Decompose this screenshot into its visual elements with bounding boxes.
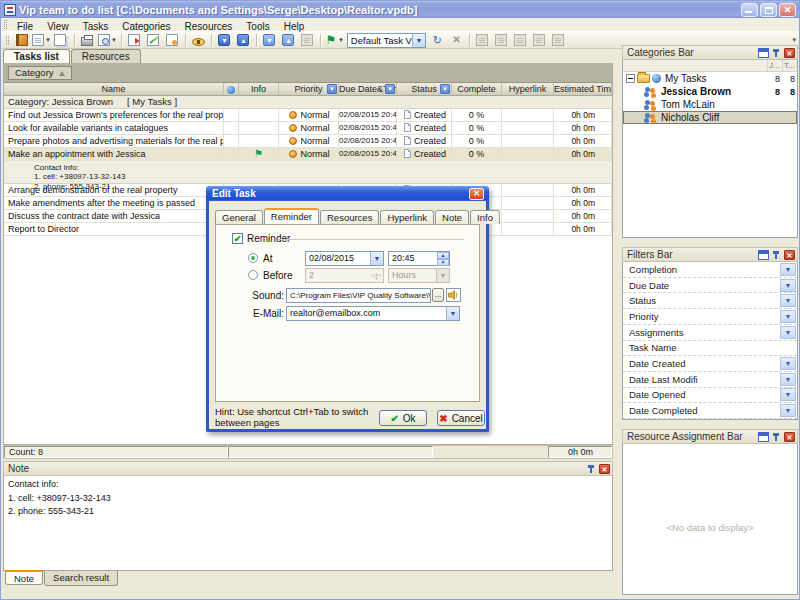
filter-row-date-opened[interactable]: Date Opened▼ <box>623 388 797 404</box>
duplicate-task-button[interactable] <box>53 33 70 48</box>
filter-row-status[interactable]: Status▼ <box>623 293 797 309</box>
close-icon[interactable]: ✕ <box>599 464 610 474</box>
export-button[interactable] <box>126 33 143 48</box>
task-row[interactable]: Look for available variants in catalogue… <box>4 122 612 135</box>
filter-button[interactable] <box>531 33 548 48</box>
task-view-combo[interactable]: Default Task V▼ <box>347 33 426 48</box>
send-button[interactable] <box>299 33 316 48</box>
ok-button[interactable]: ✔Ok <box>379 410 427 426</box>
filter-dropdown-icon[interactable]: ▼ <box>780 326 796 339</box>
edit-task-button[interactable] <box>145 33 162 48</box>
chevron-down-icon[interactable]: ▼ <box>338 37 344 43</box>
column-header-complete[interactable]: Complete <box>452 83 502 96</box>
close-icon[interactable]: ✕ <box>784 250 795 260</box>
maximize-panel-icon[interactable] <box>758 432 769 442</box>
dialog-tab-general[interactable]: General <box>215 210 263 224</box>
sort-button[interactable] <box>493 33 510 48</box>
filter-row-completion[interactable]: Completion▼ <box>623 262 797 278</box>
find-button[interactable] <box>550 33 567 48</box>
tree-item-jessica-brown[interactable]: Jessica Brown88 <box>623 85 797 98</box>
menu-item-file[interactable]: File <box>10 21 40 32</box>
sound-path-field[interactable]: C:\Program Files\VIP Quality Software\VI… <box>286 288 431 303</box>
print-button[interactable] <box>79 33 96 48</box>
menu-item-help[interactable]: Help <box>277 21 312 32</box>
column-header-info[interactable]: Info <box>239 83 279 96</box>
tree-expander-icon[interactable] <box>626 74 635 83</box>
minimize-button[interactable] <box>741 3 758 17</box>
filter-chevron-icon[interactable]: ▼ <box>440 84 450 94</box>
menu-item-view[interactable]: View <box>40 21 76 32</box>
task-row[interactable]: Make an appointment with Jessica⚑Normal0… <box>4 148 612 161</box>
move-down-button[interactable]: ▼ <box>216 33 233 48</box>
assign-task-button[interactable] <box>164 33 181 48</box>
at-radio[interactable] <box>248 253 258 263</box>
category-group-row[interactable]: Category: Jessica Brown[ My Tasks ] <box>4 96 612 109</box>
tab-note[interactable]: Note <box>5 570 43 585</box>
flag-button[interactable]: ⚑▼ <box>325 33 344 48</box>
spin-buttons[interactable]: ▲▼ <box>437 252 449 265</box>
restore-button[interactable] <box>760 3 777 17</box>
filter-dropdown-icon[interactable]: ▼ <box>780 263 796 276</box>
menu-item-resources[interactable]: Resources <box>178 21 240 32</box>
dialog-tab-hyperlink[interactable]: Hyperlink <box>380 210 434 224</box>
task-row[interactable]: Prepare photos and advertising materials… <box>4 135 612 148</box>
task-row[interactable]: Find out Jessica Brown's preferences for… <box>4 109 612 122</box>
filter-dropdown-icon[interactable]: ▼ <box>780 310 796 323</box>
column-header-alert[interactable] <box>224 83 239 96</box>
before-radio[interactable] <box>248 270 258 280</box>
reminder-date-combo[interactable]: 02/08/2015 ▼ <box>305 251 384 266</box>
close-icon[interactable]: ✕ <box>784 48 795 58</box>
tab-search-result[interactable]: Search result <box>44 571 118 586</box>
browse-button[interactable]: ... <box>432 288 444 302</box>
play-sound-button[interactable] <box>446 288 461 302</box>
filter-row-date-completed[interactable]: Date Completed▼ <box>623 403 797 419</box>
close-button[interactable]: ✕ <box>779 3 796 17</box>
note-content[interactable]: Contact info: 1. cell: +38097-13-32-143 … <box>3 476 613 571</box>
tree-item-tom-mclain[interactable]: Tom McLain <box>623 98 797 111</box>
pin-icon[interactable] <box>586 464 597 474</box>
dialog-tab-note[interactable]: Note <box>435 210 469 224</box>
filter-row-date-created[interactable]: Date Created▼ <box>623 356 797 372</box>
close-icon[interactable]: ✕ <box>784 432 795 442</box>
column-header-priority[interactable]: Priority▼ <box>279 83 339 96</box>
filter-dropdown-icon[interactable]: ▼ <box>780 294 796 307</box>
filter-row-priority[interactable]: Priority▼ <box>623 309 797 325</box>
reminder-time-spinner[interactable]: 20:45 ▲▼ <box>388 251 450 266</box>
filter-dropdown-icon[interactable]: ▼ <box>780 373 796 386</box>
tree-item-my-tasks[interactable]: My Tasks88 <box>623 72 797 85</box>
dialog-tab-reminder[interactable]: Reminder <box>264 208 319 224</box>
pin-icon[interactable] <box>771 432 782 442</box>
delete-view-button[interactable]: ✕ <box>448 33 465 48</box>
menu-item-categories[interactable]: Categories <box>115 21 177 32</box>
chevron-down-icon[interactable]: ▼ <box>370 252 383 265</box>
shift-up-button[interactable]: ▲ <box>280 33 297 48</box>
menu-item-tasks[interactable]: Tasks <box>76 21 116 32</box>
filter-dropdown-icon[interactable]: ▼ <box>780 404 796 417</box>
menu-item-tools[interactable]: Tools <box>239 21 276 32</box>
filter-row-due-date[interactable]: Due Date▼ <box>623 278 797 294</box>
print-preview-button[interactable]: ▼ <box>98 33 117 48</box>
chevron-down-icon[interactable]: ▼ <box>111 37 117 43</box>
maximize-panel-icon[interactable] <box>758 250 769 260</box>
toolbar-grip[interactable] <box>6 36 9 45</box>
new-task-button[interactable]: ▼ <box>32 33 51 48</box>
filter-dropdown-icon[interactable]: ▼ <box>780 279 796 292</box>
shift-down-button[interactable]: ▼ <box>261 33 278 48</box>
group-by-category-button[interactable]: Category <box>8 66 72 80</box>
filter-dropdown-icon[interactable]: ▼ <box>780 357 796 370</box>
tab-tasks-list[interactable]: Tasks list <box>3 49 70 63</box>
column-header-est[interactable]: Estimated Time <box>554 83 612 96</box>
pin-icon[interactable] <box>771 48 782 58</box>
dialog-title-bar[interactable]: Edit Task <box>206 186 489 201</box>
dialog-close-button[interactable]: ✕ <box>469 188 484 200</box>
menu-grip[interactable] <box>4 20 7 29</box>
maximize-panel-icon[interactable] <box>758 48 769 58</box>
task-note-row[interactable]: Contact info: 1. cell: +38097-13-32-143 … <box>4 161 612 184</box>
pin-icon[interactable] <box>771 250 782 260</box>
chevron-down-icon[interactable]: ▼ <box>412 34 425 47</box>
new-list-button[interactable] <box>13 33 30 48</box>
view-button[interactable] <box>190 33 207 48</box>
cancel-button[interactable]: ✖Cancel <box>437 410 485 426</box>
dialog-tab-resources[interactable]: Resources <box>320 210 379 224</box>
dialog-tab-info[interactable]: Info <box>470 210 500 224</box>
